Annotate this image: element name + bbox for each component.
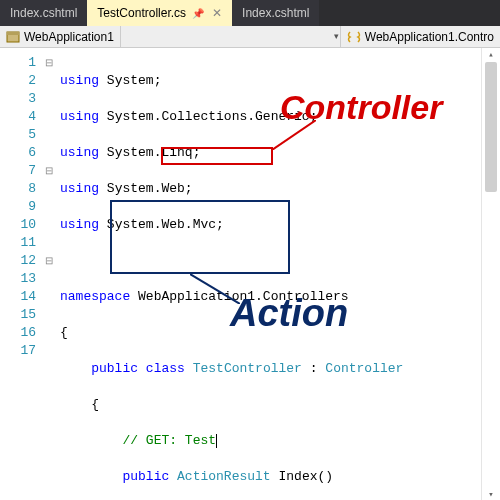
scroll-down-icon[interactable]: ▾ [486,489,496,499]
tab-index-cshtml-1[interactable]: Index.cshtml [0,0,87,26]
chevron-down-icon[interactable]: ▾ [334,31,346,41]
line-number: 3 [0,90,36,108]
keyword: using [60,109,99,124]
line-number: 8 [0,180,36,198]
text-cursor [216,434,217,448]
type-ref: ActionResult [177,469,271,484]
line-number: 10 [0,216,36,234]
tab-label: Index.cshtml [242,6,309,20]
line-number: 15 [0,306,36,324]
tab-testcontroller-cs[interactable]: TestController.cs 📌 ✕ [87,0,232,26]
project-icon [6,30,20,44]
line-number: 2 [0,72,36,90]
keyword: public [122,469,169,484]
line-number: 11 [0,234,36,252]
tab-bar: Index.cshtml TestController.cs 📌 ✕ Index… [0,0,500,26]
line-number: 9 [0,198,36,216]
annotation-controller-connector [272,120,316,150]
close-icon[interactable]: ✕ [212,6,222,20]
annotation-controller-box [161,147,273,165]
keyword: using [60,181,99,196]
tab-label: Index.cshtml [10,6,77,20]
scroll-up-icon[interactable]: ▴ [486,49,496,59]
svg-line-2 [272,120,316,150]
vertical-scrollbar[interactable]: ▴ ▾ [481,48,499,500]
namespace-ref: System.Web [107,181,185,196]
fold-toggle[interactable]: ⊟ [42,252,56,270]
line-number: 1 [0,54,36,72]
method-name: Index [278,469,317,484]
navigation-bar: WebApplication1 ▾ WebApplication1.Contro [0,26,500,48]
fold-toggle[interactable]: ⊟ [42,54,56,72]
svg-rect-1 [7,32,19,35]
nav-project-label: WebApplication1 [24,30,114,44]
nav-namespace-dropdown[interactable]: WebApplication1.Contro [340,26,500,47]
scrollbar-thumb[interactable] [485,62,497,192]
namespace-icon [347,30,361,44]
keyword: using [60,217,99,232]
class-name: TestController [193,361,302,376]
line-number: 7 [0,162,36,180]
line-number: 5 [0,126,36,144]
namespace-ref: System [107,73,154,88]
line-number-gutter: 1 2 3 4 5 6 7 8 9 10 11 12 13 14 15 16 1… [0,48,42,468]
line-number: 6 [0,144,36,162]
fold-gutter: ⊟ ⊟ ⊟ [42,48,56,468]
line-number: 4 [0,108,36,126]
nav-namespace-label: WebApplication1.Contro [365,30,494,44]
base-class: Controller [325,361,403,376]
keyword: using [60,145,99,160]
line-number: 17 [0,342,36,360]
line-number: 13 [0,270,36,288]
keyword: using [60,73,99,88]
pin-icon[interactable]: 📌 [192,8,204,19]
tab-label: TestController.cs [97,6,186,20]
line-number: 16 [0,324,36,342]
annotation-action-box [110,200,290,274]
annotation-action-label: Action [230,292,348,335]
comment: // GET: Test [122,433,216,448]
keyword: public [91,361,138,376]
tab-index-cshtml-2[interactable]: Index.cshtml [232,0,319,26]
keyword: class [146,361,185,376]
keyword: namespace [60,289,130,304]
nav-project-dropdown[interactable]: WebApplication1 [0,26,121,47]
line-number: 12 [0,252,36,270]
line-number: 14 [0,288,36,306]
fold-toggle[interactable]: ⊟ [42,162,56,180]
